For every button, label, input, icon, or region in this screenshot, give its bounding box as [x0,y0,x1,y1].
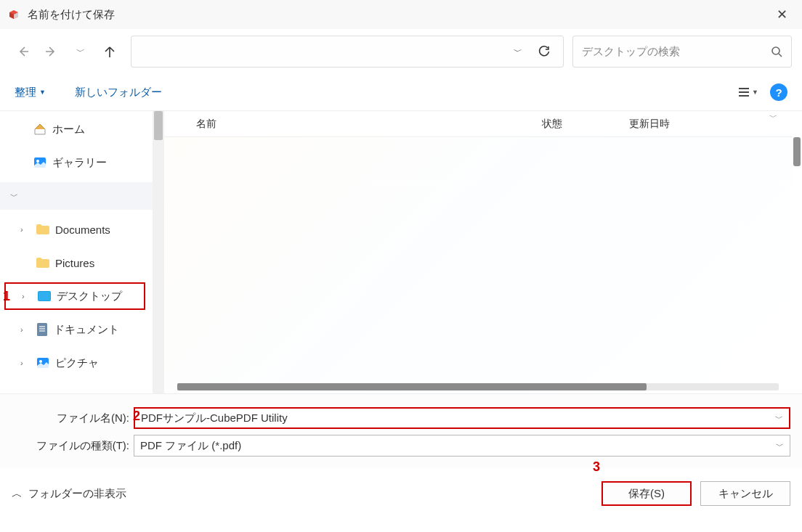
chevron-down-icon[interactable]: ﹀ [775,413,783,424]
address-dropdown-icon[interactable]: ﹀ [505,46,531,58]
sort-indicator-icon: ﹀ [769,112,777,123]
folder-icon [36,224,49,234]
filetype-select[interactable]: PDF ファイル (*.pdf) ﹀ [134,435,790,457]
chevron-right-icon: › [20,325,31,334]
recent-dropdown[interactable]: ﹀ [68,39,93,64]
sidebar: ホーム ギャラリー ﹀ › Documents › Pictures 1 › デ… [0,111,153,393]
toolbar: 整理 ▼ 新しいフォルダー ▼ ? [0,74,802,110]
search-icon [771,46,782,57]
column-modified[interactable]: 更新日時 ﹀ [629,118,792,131]
file-scrollbar-horizontal[interactable] [177,383,779,390]
chevron-right-icon: › [20,359,31,367]
close-button[interactable]: ✕ [769,4,795,25]
gallery-icon [33,156,46,169]
sidebar-scrollbar[interactable] [153,111,164,393]
new-folder-button[interactable]: 新しいフォルダー [75,86,162,99]
scrollbar-thumb[interactable] [154,111,163,140]
svg-rect-9 [37,323,47,336]
chevron-down-icon[interactable]: ﹀ [776,441,784,451]
chevron-down-icon: ﹀ [10,191,20,202]
chevron-up-icon: ︿ [12,487,23,501]
svg-point-6 [36,160,39,163]
sidebar-item-document-jp[interactable]: › ドキュメント [0,316,153,343]
chevron-right-icon: › [22,292,32,300]
file-pane: 名前 状態 更新日時 ﹀ [164,111,792,393]
navbar: ﹀ ﹀ デスクトップの検索 [0,29,802,74]
filename-input[interactable]: PDFサンプル-CubePDF Utility ﹀ [134,407,790,429]
window-title: 名前を付けて保存 [28,8,115,22]
address-bar[interactable]: ﹀ [131,36,564,67]
svg-point-14 [39,360,42,363]
filename-label: ファイル名(N): [12,412,129,425]
file-list[interactable] [164,137,792,393]
column-headers: 名前 状態 更新日時 ﹀ [164,111,792,137]
sidebar-item-desktop[interactable]: › デスクトップ [4,282,145,310]
picture-icon [36,356,49,369]
sidebar-item-documents[interactable]: › Documents [0,216,153,243]
organize-button[interactable]: 整理 ▼ [15,86,46,99]
hide-folders-button[interactable]: ︿ フォルダーの非表示 [12,487,126,501]
up-button[interactable] [97,39,122,64]
file-scrollbar-vertical[interactable] [792,111,802,393]
bottom-panel: ファイル名(N): 2 PDFサンプル-CubePDF Utility ﹀ ファ… [0,393,802,468]
search-placeholder: デスクトップの検索 [582,45,771,59]
svg-line-1 [779,54,782,57]
svg-point-0 [772,47,779,54]
document-icon [36,323,48,336]
sidebar-item-picture-jp[interactable]: › ピクチャ [0,349,153,377]
scrollbar-thumb[interactable] [793,137,801,166]
column-status[interactable]: 状態 [542,118,629,131]
filetype-label: ファイルの種類(T): [12,439,129,453]
sidebar-item-home[interactable]: ホーム [0,115,153,143]
folder-icon [36,258,49,268]
sidebar-item-expanded[interactable]: ﹀ [0,182,153,210]
forward-button[interactable] [39,39,64,64]
footer: ︿ フォルダーの非表示 3 保存(S) キャンセル [0,468,802,517]
scrollbar-thumb[interactable] [177,383,647,390]
svg-rect-8 [39,292,50,300]
titlebar: 名前を付けて保存 ✕ [0,0,802,29]
column-name[interactable]: 名前 [196,118,542,131]
search-input[interactable]: デスクトップの検索 [572,36,792,67]
sidebar-item-pictures[interactable]: › Pictures [0,249,153,277]
chevron-right-icon: › [20,225,31,234]
desktop-icon [38,291,51,301]
cancel-button[interactable]: キャンセル [700,481,790,506]
help-button[interactable]: ? [770,83,787,101]
view-options-button[interactable]: ▼ [737,86,758,99]
body-area: ホーム ギャラリー ﹀ › Documents › Pictures 1 › デ… [0,110,802,393]
save-button[interactable]: 保存(S) [602,481,692,506]
home-icon [33,123,46,136]
refresh-button[interactable] [531,45,557,58]
app-icon [7,8,20,21]
sidebar-item-gallery[interactable]: ギャラリー [0,149,153,176]
back-button[interactable] [10,39,35,64]
